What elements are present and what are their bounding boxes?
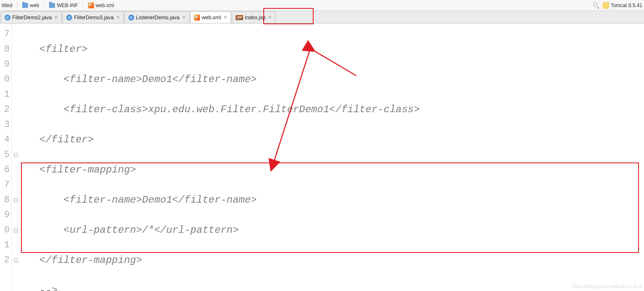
fold-gutter: − − − − [12,23,20,291]
xml-file-icon [88,3,94,8]
code-line[interactable]: <filter-mapping> [39,162,641,178]
class-icon: C [66,15,72,21]
folder-icon [22,3,28,8]
tab-label: FilterDemo2.java [12,15,52,21]
code-area[interactable]: <filter> <filter-name>Demo1</filter-name… [20,23,644,291]
search-icon[interactable] [593,3,599,8]
line-number: 0 [0,72,11,87]
line-number: 2 [0,253,11,268]
breadcrumb-label: web [30,3,39,8]
watermark-text: https://blog.csdn.net/LiLiLiLaLa [572,283,641,289]
code-line[interactable]: <filter> [39,42,641,57]
fold-marker-icon[interactable]: − [14,228,18,232]
tab-label: ListenerDemo.java [136,15,179,21]
line-number: 2 [0,102,11,117]
line-number: 7 [0,27,11,42]
code-line[interactable]: </filter-mapping> [39,253,641,268]
fold-marker-icon[interactable]: − [14,198,18,202]
breadcrumb-seg-file[interactable]: web.xml [88,3,114,8]
breadcrumb-label: titled [2,3,12,8]
close-icon[interactable]: ✕ [116,15,120,20]
breadcrumb: titled 〉 web 〉 WEB-INF 〉 web.xml Tomcat … [0,0,644,11]
chevron-right-icon: 〉 [81,2,86,9]
tab-label: FilterDemo3.java [74,15,113,21]
code-line[interactable]: --> [39,283,641,291]
toolbar-right: Tomcat 8.5.41 [593,0,642,11]
run-config-label: Tomcat 8.5.41 [611,3,642,8]
line-number: 1 [0,87,11,102]
tab-listenerdemo[interactable]: C ListenerDemo.java ✕ [125,11,190,23]
breadcrumb-label: web.xml [96,3,114,8]
code-line[interactable]: <url-pattern>/*</url-pattern> [39,223,641,238]
code-line[interactable]: <filter-name>Demo1</filter-name> [39,72,641,87]
fold-marker-icon[interactable]: − [14,153,18,157]
close-icon[interactable]: ✕ [223,15,227,20]
folder-icon [49,3,55,8]
line-number: 8 [0,42,11,57]
xml-file-icon [194,15,200,21]
code-editor[interactable]: 7 8 9 0 1 2 3 4 5 6 7 8 9 0 1 2 − − − − … [0,23,644,291]
line-number: 5 [0,147,11,162]
class-icon: C [128,15,134,21]
tab-filterdemo3[interactable]: C FilterDemo3.java ✕ [62,11,123,23]
tab-label: index.jsp [245,15,265,21]
code-line[interactable]: <filter-name>Demo1</filter-name> [39,193,641,208]
tab-filterdemo2[interactable]: C FilterDemo2.java ✕ [1,11,62,23]
line-number: 1 [0,238,11,253]
line-number: 4 [0,132,11,147]
line-number: 3 [0,117,11,132]
chevron-right-icon: 〉 [42,2,47,9]
tab-webxml[interactable]: web.xml ✕ [190,11,231,23]
breadcrumb-seg-project[interactable]: titled [2,3,12,8]
breadcrumb-label: WEB-INF [57,3,78,8]
line-number: 9 [0,57,11,72]
line-number: 8 [0,193,11,208]
close-icon[interactable]: ✕ [54,15,58,20]
editor-tabs: C FilterDemo2.java ✕ C FilterDemo3.java … [0,11,644,23]
line-number: 9 [0,208,11,223]
tomcat-icon [602,2,609,9]
jsp-file-icon: JSP [236,15,243,20]
run-config-tomcat[interactable]: Tomcat 8.5.41 [602,2,642,9]
fold-marker-icon[interactable]: − [14,258,18,263]
line-number-gutter: 7 8 9 0 1 2 3 4 5 6 7 8 9 0 1 2 [0,23,12,291]
line-number: 7 [0,178,11,193]
tab-label: web.xml [202,15,221,21]
close-icon[interactable]: ✕ [268,15,272,20]
line-number: 0 [0,223,11,238]
close-icon[interactable]: ✕ [182,15,186,20]
tab-indexjsp[interactable]: JSP index.jsp ✕ [232,11,275,23]
line-number: 6 [0,162,11,178]
code-line[interactable]: </filter> [39,132,641,147]
chevron-right-icon: 〉 [16,2,21,9]
class-icon: C [5,15,10,21]
breadcrumb-seg-webinf[interactable]: WEB-INF [49,3,78,8]
code-line[interactable]: <filter-class>xpu.edu.web.Filter.FilterD… [39,102,641,117]
breadcrumb-seg-web[interactable]: web [22,3,39,8]
